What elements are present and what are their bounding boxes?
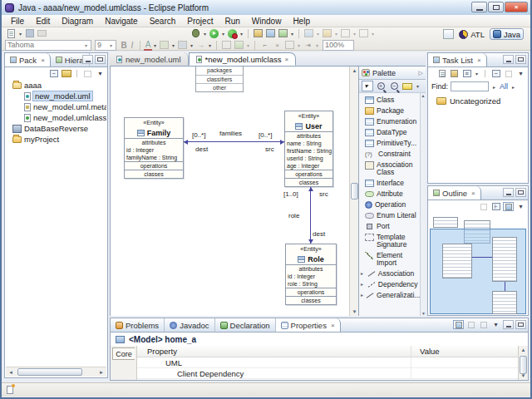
menu-window[interactable]: Window: [246, 16, 288, 27]
association-role-line[interactable]: [310, 187, 311, 244]
minimize-button[interactable]: [471, 2, 487, 12]
back-dropdown[interactable]: ▾: [352, 31, 357, 37]
palette-item-association[interactable]: ▸Association: [359, 268, 420, 279]
palette-item-generalization[interactable]: ▸Generalizati...: [359, 290, 420, 301]
palette-item-class[interactable]: Class: [359, 95, 420, 106]
fill-color-button[interactable]: [159, 40, 170, 50]
task-category-uncategorized[interactable]: Uncategorized: [436, 96, 500, 106]
tab-properties[interactable]: Properties ×: [276, 318, 341, 332]
palette-item-interface[interactable]: Interface: [359, 178, 420, 189]
minimize-view-button[interactable]: [503, 188, 514, 197]
menu-search[interactable]: Search: [144, 16, 182, 27]
expander-icon[interactable]: ▸: [361, 270, 365, 278]
tab-declaration[interactable]: Declaration: [215, 318, 276, 332]
palette-item-attribute[interactable]: Attribute: [359, 189, 420, 200]
palette-item-dependency[interactable]: ▸Dependency: [359, 279, 420, 290]
print-button[interactable]: [37, 28, 47, 38]
new-task-button[interactable]: [436, 69, 447, 78]
note-tool-dropdown[interactable]: ▾: [415, 83, 421, 89]
scroll-up-icon[interactable]: ▲: [519, 346, 528, 354]
palette-item-association-class[interactable]: Association Class: [359, 160, 420, 178]
menu-file[interactable]: File: [5, 16, 30, 27]
all-expand-icon[interactable]: ▸: [510, 84, 516, 90]
palette-collapse-icon[interactable]: ▷: [419, 70, 423, 76]
property-row-client-dependency[interactable]: Client Dependency: [137, 368, 518, 379]
view-menu-button[interactable]: ▾: [515, 69, 526, 78]
properties-scrollbar[interactable]: ▲ ▼: [518, 346, 528, 380]
all-filter-link[interactable]: All: [500, 82, 508, 91]
palette-item-template-signature[interactable]: Template Signature: [359, 232, 420, 250]
scroll-right-icon[interactable]: ►: [96, 368, 106, 377]
autosize-dropdown[interactable]: ▾: [314, 42, 320, 48]
run-external-button[interactable]: [227, 28, 238, 38]
autosize-button[interactable]: ⇥: [303, 40, 313, 50]
distribute-button[interactable]: ×: [272, 40, 283, 50]
close-icon[interactable]: ×: [41, 57, 45, 64]
filters-button[interactable]: [82, 69, 93, 78]
scroll-left-icon[interactable]: ◄: [6, 368, 16, 377]
tree-item-new-model-uml[interactable]: new_model.uml: [6, 91, 106, 101]
menu-navigate[interactable]: Navigate: [99, 16, 143, 27]
find-input[interactable]: [451, 81, 489, 91]
property-row-uml[interactable]: UML: [137, 357, 518, 368]
new-class-button[interactable]: [278, 28, 288, 38]
new-package-button[interactable]: [265, 28, 276, 38]
minimize-view-button[interactable]: [503, 320, 514, 329]
menu-project[interactable]: Project: [181, 16, 219, 27]
entity-user[interactable]: «Entity» User attributes name : String f…: [284, 111, 333, 187]
open-type-button[interactable]: [303, 28, 314, 38]
perspective-atl-button[interactable]: ATL: [456, 28, 487, 40]
palette-item-datatype[interactable]: DataType: [359, 127, 420, 138]
maximize-view-button[interactable]: [515, 188, 526, 197]
palette-scrollbar[interactable]: ▲ ▼: [420, 93, 426, 316]
font-family-combo[interactable]: Tahoma ▾: [5, 40, 91, 51]
palette-item-port[interactable]: Port: [359, 221, 420, 232]
collapse-all-button[interactable]: −: [48, 69, 59, 78]
run-button[interactable]: [209, 28, 219, 38]
font-size-combo[interactable]: 9 ▾: [95, 40, 116, 51]
view-menu-button[interactable]: ▾: [95, 69, 106, 78]
palette-item-enumeration[interactable]: Enumeration: [359, 116, 420, 127]
palette-item-primitivetype[interactable]: PrimitiveTy...: [359, 138, 420, 149]
title-bar[interactable]: Java - aaaa/new_model.umlclass - Eclipse…: [2, 0, 530, 15]
palette-header[interactable]: Palette ▷: [359, 66, 426, 80]
new-java-project-button[interactable]: [253, 28, 264, 38]
align-button[interactable]: ⌐: [259, 40, 270, 50]
expander-icon[interactable]: ▸: [361, 292, 363, 299]
tree-item-new-model-uml-metad[interactable]: new_model.uml.metad: [6, 101, 106, 112]
scroll-up-icon[interactable]: ▲: [421, 93, 426, 98]
palette-item-constraint[interactable]: (?)Constraint: [359, 149, 420, 160]
minimize-view-button[interactable]: [82, 55, 93, 64]
entity-role[interactable]: «Entity» Role attributes id : Integer ro…: [285, 244, 337, 305]
arrange-button[interactable]: [234, 40, 244, 50]
line-color-dropdown[interactable]: ▾: [189, 42, 195, 48]
view-mode-dropdown[interactable]: ▾: [474, 71, 480, 76]
model-overview-table[interactable]: packages classifiers other: [195, 66, 244, 92]
note-tool[interactable]: [401, 81, 413, 91]
column-value[interactable]: Value: [411, 346, 440, 357]
zoom-out-tool[interactable]: −: [388, 81, 400, 91]
column-property[interactable]: Property: [137, 346, 411, 357]
editor-tab-uml[interactable]: new_model.uml: [110, 52, 189, 66]
tab-task-list[interactable]: Task List ×: [428, 53, 487, 66]
run-external-dropdown[interactable]: ▾: [239, 31, 244, 37]
close-icon[interactable]: ×: [477, 57, 481, 64]
last-edit-button[interactable]: [340, 28, 351, 38]
horizontal-scrollbar[interactable]: ◄ ►: [6, 367, 106, 377]
font-color-dropdown[interactable]: ▾: [152, 42, 158, 48]
close-icon[interactable]: ×: [284, 56, 288, 63]
scroll-down-icon[interactable]: ▼: [519, 372, 528, 380]
tree-item-myproject[interactable]: myProject: [6, 134, 106, 145]
tab-outline[interactable]: Outline ×: [428, 186, 481, 200]
editor-vertical-scrollbar[interactable]: ▲ ▼: [349, 66, 358, 316]
tree-item-new-model-umlclass[interactable]: new_model.umlclass: [6, 112, 106, 123]
search-dropdown[interactable]: ▾: [333, 31, 339, 37]
view-menu-button[interactable]: ▾: [490, 320, 501, 329]
menu-diagram[interactable]: Diagram: [56, 16, 99, 27]
zoom-in-tool[interactable]: +: [375, 81, 387, 91]
view-menu-button[interactable]: ▾: [515, 202, 526, 211]
tab-problems[interactable]: Problems: [111, 318, 165, 332]
synchronize-button[interactable]: [449, 69, 460, 78]
perspective-java-button[interactable]: Java: [490, 28, 524, 40]
scrollbar-thumb[interactable]: [351, 183, 358, 200]
